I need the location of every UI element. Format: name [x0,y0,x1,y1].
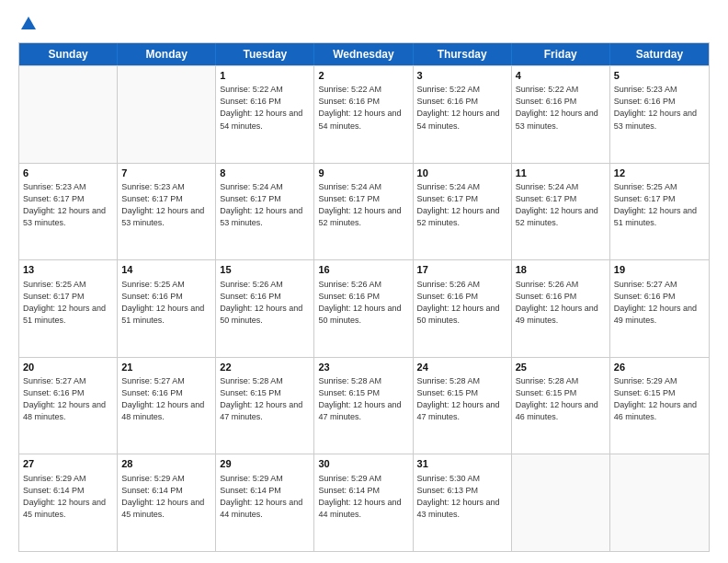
day-info: Sunrise: 5:30 AMSunset: 6:13 PMDaylight:… [417,473,507,521]
calendar-cell: 4Sunrise: 5:22 AMSunset: 6:16 PMDaylight… [512,66,610,163]
calendar-cell: 14Sunrise: 5:25 AMSunset: 6:16 PMDayligh… [118,260,216,357]
calendar-cell: 1Sunrise: 5:22 AMSunset: 6:16 PMDaylight… [216,66,314,163]
calendar-week-5: 27Sunrise: 5:29 AMSunset: 6:14 PMDayligh… [19,454,709,551]
calendar-cell: 13Sunrise: 5:25 AMSunset: 6:17 PMDayligh… [19,260,118,357]
calendar-week-4: 20Sunrise: 5:27 AMSunset: 6:16 PMDayligh… [19,357,709,454]
day-number: 26 [614,361,705,374]
day-info: Sunrise: 5:25 AMSunset: 6:17 PMDaylight:… [23,279,113,327]
day-number: 16 [318,263,408,277]
day-info: Sunrise: 5:23 AMSunset: 6:17 PMDaylight:… [121,181,211,229]
calendar-header-saturday: Saturday [610,43,709,65]
day-info: Sunrise: 5:26 AMSunset: 6:16 PMDaylight:… [417,279,507,327]
calendar-cell [512,454,610,551]
calendar-cell: 16Sunrise: 5:26 AMSunset: 6:16 PMDayligh… [314,260,413,357]
day-number: 10 [417,167,507,180]
calendar-cell: 2Sunrise: 5:22 AMSunset: 6:16 PMDaylight… [314,66,413,163]
day-info: Sunrise: 5:28 AMSunset: 6:15 PMDaylight:… [318,375,408,423]
day-info: Sunrise: 5:29 AMSunset: 6:14 PMDaylight:… [23,473,113,521]
calendar-cell: 31Sunrise: 5:30 AMSunset: 6:13 PMDayligh… [414,454,512,551]
day-number: 4 [516,69,606,83]
calendar-header-monday: Monday [118,43,216,65]
calendar-cell: 18Sunrise: 5:26 AMSunset: 6:16 PMDayligh… [512,260,610,357]
day-number: 9 [318,167,408,180]
day-info: Sunrise: 5:26 AMSunset: 6:16 PMDaylight:… [318,279,408,327]
day-number: 18 [516,263,606,277]
calendar-cell: 23Sunrise: 5:28 AMSunset: 6:15 PMDayligh… [314,358,413,454]
calendar-cell: 19Sunrise: 5:27 AMSunset: 6:16 PMDayligh… [610,260,709,357]
day-info: Sunrise: 5:25 AMSunset: 6:16 PMDaylight:… [121,279,211,327]
day-info: Sunrise: 5:29 AMSunset: 6:14 PMDaylight:… [318,473,408,521]
day-info: Sunrise: 5:29 AMSunset: 6:14 PMDaylight:… [220,473,310,521]
day-number: 13 [23,263,113,277]
calendar-header-thursday: Thursday [414,43,512,65]
day-info: Sunrise: 5:27 AMSunset: 6:16 PMDaylight:… [23,375,113,423]
calendar-cell: 20Sunrise: 5:27 AMSunset: 6:16 PMDayligh… [19,358,118,454]
day-info: Sunrise: 5:28 AMSunset: 6:15 PMDaylight:… [516,375,606,423]
calendar-cell [610,454,709,551]
calendar-cell: 17Sunrise: 5:26 AMSunset: 6:16 PMDayligh… [414,260,512,357]
calendar-cell: 6Sunrise: 5:23 AMSunset: 6:17 PMDaylight… [19,164,118,260]
calendar-header-tuesday: Tuesday [216,43,314,65]
day-number: 23 [318,361,408,374]
day-number: 21 [121,361,211,374]
calendar-cell: 3Sunrise: 5:22 AMSunset: 6:16 PMDaylight… [414,66,512,163]
day-info: Sunrise: 5:22 AMSunset: 6:16 PMDaylight:… [220,84,310,132]
page: SundayMondayTuesdayWednesdayThursdayFrid… [0,0,728,563]
day-number: 28 [121,457,211,471]
day-info: Sunrise: 5:22 AMSunset: 6:16 PMDaylight:… [417,84,507,132]
day-number: 29 [220,457,310,471]
calendar-cell: 10Sunrise: 5:24 AMSunset: 6:17 PMDayligh… [414,164,512,260]
logo-icon [19,15,38,33]
day-number: 22 [220,361,310,374]
day-number: 31 [417,457,507,471]
day-number: 15 [220,263,310,277]
calendar-cell [19,66,118,163]
calendar-body: 1Sunrise: 5:22 AMSunset: 6:16 PMDaylight… [19,65,709,551]
day-number: 11 [516,167,606,180]
day-number: 30 [318,457,408,471]
day-number: 3 [417,69,507,83]
calendar-cell: 26Sunrise: 5:29 AMSunset: 6:15 PMDayligh… [610,358,709,454]
calendar-cell: 25Sunrise: 5:28 AMSunset: 6:15 PMDayligh… [512,358,610,454]
calendar-week-1: 1Sunrise: 5:22 AMSunset: 6:16 PMDaylight… [19,65,709,163]
day-info: Sunrise: 5:22 AMSunset: 6:16 PMDaylight:… [318,84,408,132]
day-info: Sunrise: 5:28 AMSunset: 6:15 PMDaylight:… [417,375,507,423]
logo [18,15,39,33]
calendar-cell: 12Sunrise: 5:25 AMSunset: 6:17 PMDayligh… [610,164,709,260]
day-info: Sunrise: 5:29 AMSunset: 6:14 PMDaylight:… [121,473,211,521]
day-number: 6 [23,167,113,180]
day-number: 8 [220,167,310,180]
day-number: 17 [417,263,507,277]
day-info: Sunrise: 5:24 AMSunset: 6:17 PMDaylight:… [318,181,408,229]
calendar-cell: 27Sunrise: 5:29 AMSunset: 6:14 PMDayligh… [19,454,118,551]
day-number: 2 [318,69,408,83]
day-info: Sunrise: 5:26 AMSunset: 6:16 PMDaylight:… [516,279,606,327]
calendar-cell: 5Sunrise: 5:23 AMSunset: 6:16 PMDaylight… [610,66,709,163]
calendar-cell: 22Sunrise: 5:28 AMSunset: 6:15 PMDayligh… [216,358,314,454]
day-number: 7 [121,167,211,180]
day-info: Sunrise: 5:23 AMSunset: 6:17 PMDaylight:… [23,181,113,229]
day-info: Sunrise: 5:27 AMSunset: 6:16 PMDaylight:… [614,279,705,327]
calendar-cell: 21Sunrise: 5:27 AMSunset: 6:16 PMDayligh… [118,358,216,454]
calendar-header-wednesday: Wednesday [314,43,413,65]
day-number: 27 [23,457,113,471]
calendar-cell: 30Sunrise: 5:29 AMSunset: 6:14 PMDayligh… [314,454,413,551]
calendar-week-2: 6Sunrise: 5:23 AMSunset: 6:17 PMDaylight… [19,163,709,260]
calendar-cell: 29Sunrise: 5:29 AMSunset: 6:14 PMDayligh… [216,454,314,551]
day-info: Sunrise: 5:28 AMSunset: 6:15 PMDaylight:… [220,375,310,423]
day-info: Sunrise: 5:24 AMSunset: 6:17 PMDaylight:… [516,181,606,229]
header [18,15,710,33]
day-info: Sunrise: 5:24 AMSunset: 6:17 PMDaylight:… [220,181,310,229]
day-number: 19 [614,263,705,277]
day-info: Sunrise: 5:24 AMSunset: 6:17 PMDaylight:… [417,181,507,229]
day-number: 1 [220,69,310,83]
day-number: 5 [614,69,705,83]
day-number: 25 [516,361,606,374]
day-number: 20 [23,361,113,374]
calendar-cell: 28Sunrise: 5:29 AMSunset: 6:14 PMDayligh… [118,454,216,551]
day-info: Sunrise: 5:23 AMSunset: 6:16 PMDaylight:… [614,84,705,132]
calendar-cell: 11Sunrise: 5:24 AMSunset: 6:17 PMDayligh… [512,164,610,260]
calendar-header-sunday: Sunday [19,43,118,65]
day-number: 24 [417,361,507,374]
calendar-cell: 15Sunrise: 5:26 AMSunset: 6:16 PMDayligh… [216,260,314,357]
